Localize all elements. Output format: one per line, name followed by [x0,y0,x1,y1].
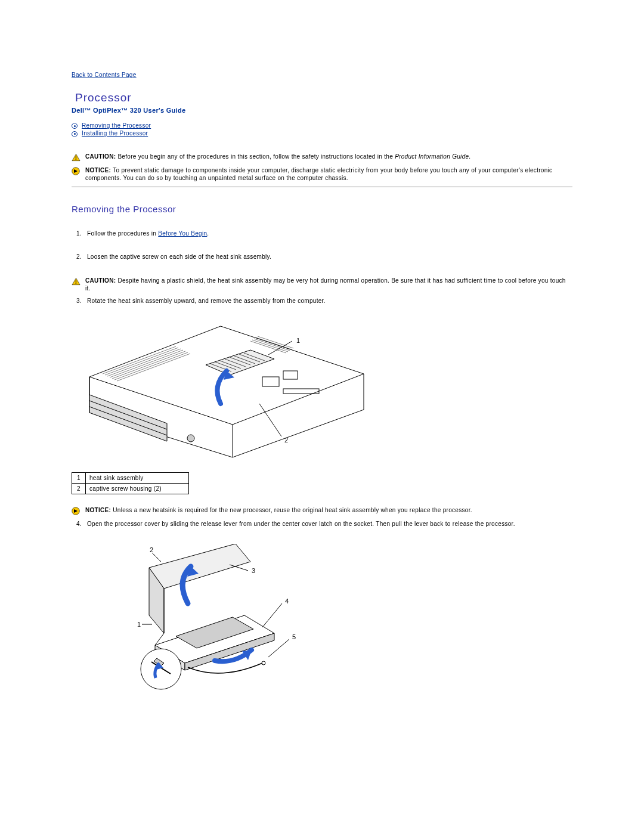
fig2-label-3: 3 [252,567,255,574]
subtitle: Dell™ OptiPlex™ 320 User's Guide [72,107,572,114]
caution-icon: ! [72,153,80,162]
before-you-begin-link[interactable]: Before You Begin [158,230,207,237]
step-4: Open the processor cover by sliding the … [87,520,572,528]
caution-text: CAUTION: Before you begin any of the pro… [85,153,470,160]
svg-line-53 [268,639,289,657]
parts-table: 1heat sink assembly 2captive screw housi… [72,472,189,494]
svg-text:!: ! [75,279,77,285]
figure-processor-socket: 1 2 3 4 5 [72,544,572,693]
notice-text: NOTICE: To prevent static damage to comp… [85,166,572,182]
fig2-label-4: 4 [285,597,289,605]
figure-heat-sink: 1 2 [72,320,572,460]
svg-line-52 [262,603,282,627]
table-row: 2captive screw housing (2) [72,484,189,494]
notice-icon [72,507,80,515]
fig1-label-2: 2 [284,436,288,444]
step-3: Rotate the heat sink assembly upward, an… [87,297,572,305]
bullet-icon [72,131,78,137]
table-row: 1heat sink assembly [72,473,189,484]
svg-marker-44 [149,544,250,589]
section-title-removing: Removing the Processor [72,204,572,214]
step-1: Follow the procedures in Before You Begi… [87,230,572,238]
separator [72,187,572,187]
notice-text: NOTICE: Unless a new heatsink is require… [85,506,472,514]
fig2-label-5: 5 [292,633,296,640]
svg-point-20 [187,435,194,442]
svg-marker-6 [89,326,364,457]
caution-text: CAUTION: Despite having a plastic shield… [85,277,572,292]
svg-text:!: ! [75,155,77,161]
fig1-label-1: 1 [296,337,300,344]
fig2-label-2: 2 [150,546,153,553]
bullet-icon [72,123,78,129]
notice-icon [72,167,80,175]
page-title: Processor [75,91,572,104]
toc: Removing the Processor Installing the Pr… [72,122,572,137]
toc-installing-link[interactable]: Installing the Processor [82,130,148,137]
fig2-label-1: 1 [137,621,141,628]
steps-list: Follow the procedures in Before You Begi… [72,230,572,261]
toc-removing-link[interactable]: Removing the Processor [82,122,151,129]
svg-point-54 [141,649,181,689]
svg-line-50 [152,553,161,562]
caution-icon: ! [72,277,80,286]
back-to-contents-link[interactable]: Back to Contents Page [72,72,137,78]
step-2: Loosen the captive screw on each side of… [87,253,572,261]
